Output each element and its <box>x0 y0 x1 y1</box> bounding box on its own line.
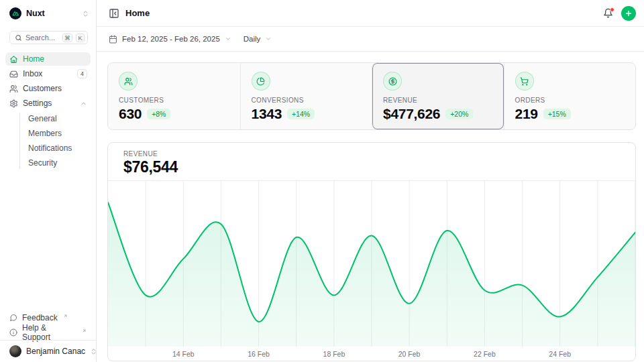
chat-bubble-icon <box>9 314 17 322</box>
stat-label: REVENUE <box>383 97 493 104</box>
stat-delta-badge: +14% <box>287 109 315 119</box>
stat-value: 1343 <box>252 106 282 122</box>
stat-delta-badge: +15% <box>543 109 571 119</box>
sub-item-label: Notifications <box>28 143 72 153</box>
sidebar-item-label: Settings <box>23 99 52 108</box>
revenue-chart-card: REVENUE $76,544 14 Feb16 Feb18 Feb20 Feb… <box>107 142 636 361</box>
topbar-actions <box>603 6 636 21</box>
notification-dot <box>610 7 614 12</box>
svg-text:22 Feb: 22 Feb <box>474 350 496 358</box>
sidebar-item-settings[interactable]: Settings <box>5 97 91 110</box>
sub-item-label: General <box>28 114 57 123</box>
inbox-count-badge: 4 <box>77 69 87 78</box>
gear-icon <box>9 99 18 108</box>
svg-text:14 Feb: 14 Feb <box>172 350 195 358</box>
filters-toolbar: Feb 12, 2025 - Feb 26, 2025 Daily <box>97 27 644 52</box>
pie-chart-icon <box>252 72 270 90</box>
main-area: Home Feb 12, 2025 - Feb 26, 2025 <box>97 0 644 362</box>
chart-current-value: $76,544 <box>123 158 620 176</box>
help-support-link[interactable]: Help & Support <box>5 325 91 340</box>
workspace-switcher[interactable]: Nuxt <box>0 0 96 19</box>
search-placeholder: Search... <box>25 34 59 42</box>
dashboard-app: Nuxt Search... ⌘ K Home <box>0 0 644 362</box>
users-icon <box>9 84 18 93</box>
external-link-icon <box>82 328 87 333</box>
granularity-label: Daily <box>244 35 261 43</box>
workspace-name: Nuxt <box>26 9 77 18</box>
external-link-icon <box>63 314 68 318</box>
chevron-down-icon <box>225 36 231 42</box>
sidebar-item-security[interactable]: Security <box>28 156 85 170</box>
svg-text:20 Feb: 20 Feb <box>398 350 421 358</box>
settings-submenu: General Members Notifications Security <box>11 111 85 170</box>
stat-delta-badge: +8% <box>147 109 170 119</box>
stat-label: CUSTOMERS <box>119 97 229 104</box>
search-input[interactable]: Search... ⌘ K <box>9 31 88 44</box>
chevron-up-icon <box>80 100 87 107</box>
info-circle-icon <box>9 328 17 337</box>
stat-label: CONVERSIONS <box>252 97 362 104</box>
content: CUSTOMERS 630 +8% CONVERSIONS 1343 +14% <box>97 52 644 361</box>
svg-text:24 Feb: 24 Feb <box>549 350 571 358</box>
chevron-down-icon <box>265 36 272 42</box>
revenue-area-chart[interactable]: 14 Feb16 Feb18 Feb20 Feb22 Feb24 Feb <box>108 181 635 361</box>
sub-item-label: Security <box>28 158 57 168</box>
add-button[interactable] <box>621 6 636 21</box>
page-title: Home <box>125 8 150 18</box>
stat-card-customers[interactable]: CUSTOMERS 630 +8% <box>108 63 240 129</box>
users-icon <box>119 72 138 90</box>
chart-title: REVENUE <box>123 150 620 158</box>
sidebar-nav: Home Inbox 4 Customers Settings <box>5 52 91 170</box>
plus-icon <box>625 9 633 17</box>
sidebar-item-general[interactable]: General <box>28 111 85 126</box>
feedback-label: Feedback <box>22 313 58 322</box>
help-support-label: Help & Support <box>22 323 76 342</box>
sidebar-footer: Feedback Help & Support <box>5 310 91 340</box>
stat-card-revenue[interactable]: REVENUE $477,626 +20% <box>372 63 504 129</box>
sidebar-item-label: Inbox <box>23 69 42 78</box>
sidebar-item-members[interactable]: Members <box>28 126 85 141</box>
sub-item-label: Members <box>28 129 62 138</box>
collapse-sidebar-button[interactable] <box>109 8 119 19</box>
calendar-icon <box>109 35 117 44</box>
granularity-select[interactable]: Daily <box>244 35 272 43</box>
notifications-button[interactable] <box>603 8 613 18</box>
user-menu[interactable]: Benjamin Canac <box>0 340 96 362</box>
nuxt-logo-icon <box>9 7 21 19</box>
chart-header: REVENUE $76,544 <box>108 143 635 181</box>
stat-value: 630 <box>119 106 142 122</box>
chevrons-up-down-icon <box>82 10 89 17</box>
cart-icon <box>515 72 534 90</box>
sidebar-item-label: Customers <box>23 84 62 93</box>
dollar-circle-icon <box>383 72 402 90</box>
stat-value: $477,626 <box>383 106 440 122</box>
stat-cards: CUSTOMERS 630 +8% CONVERSIONS 1343 +14% <box>107 62 636 130</box>
kbd-cmd: ⌘ <box>62 34 72 42</box>
submenu-rail <box>19 113 20 169</box>
search-icon <box>15 34 22 42</box>
sidebar-item-notifications[interactable]: Notifications <box>28 141 85 156</box>
svg-text:18 Feb: 18 Feb <box>323 350 345 358</box>
sidebar-item-inbox[interactable]: Inbox 4 <box>5 67 91 80</box>
user-name: Benjamin Canac <box>26 347 85 356</box>
stat-card-orders[interactable]: ORDERS 219 +15% <box>504 63 636 129</box>
stat-delta-badge: +20% <box>445 109 473 119</box>
inbox-icon <box>9 70 18 78</box>
svg-text:16 Feb: 16 Feb <box>248 350 270 358</box>
stat-value: 219 <box>515 106 538 122</box>
sidebar-item-customers[interactable]: Customers <box>5 82 91 95</box>
avatar <box>9 345 21 357</box>
stat-card-conversions[interactable]: CONVERSIONS 1343 +14% <box>240 63 372 129</box>
date-range-label: Feb 12, 2025 - Feb 26, 2025 <box>122 35 220 43</box>
topbar: Home <box>97 0 644 27</box>
sidebar-item-label: Home <box>23 54 44 64</box>
home-icon <box>9 55 18 64</box>
sidebar-item-home[interactable]: Home <box>5 52 91 66</box>
sidebar: Nuxt Search... ⌘ K Home <box>0 0 97 362</box>
kbd-k: K <box>76 34 85 42</box>
stat-label: ORDERS <box>515 97 625 104</box>
date-range-picker[interactable]: Feb 12, 2025 - Feb 26, 2025 <box>109 35 231 44</box>
